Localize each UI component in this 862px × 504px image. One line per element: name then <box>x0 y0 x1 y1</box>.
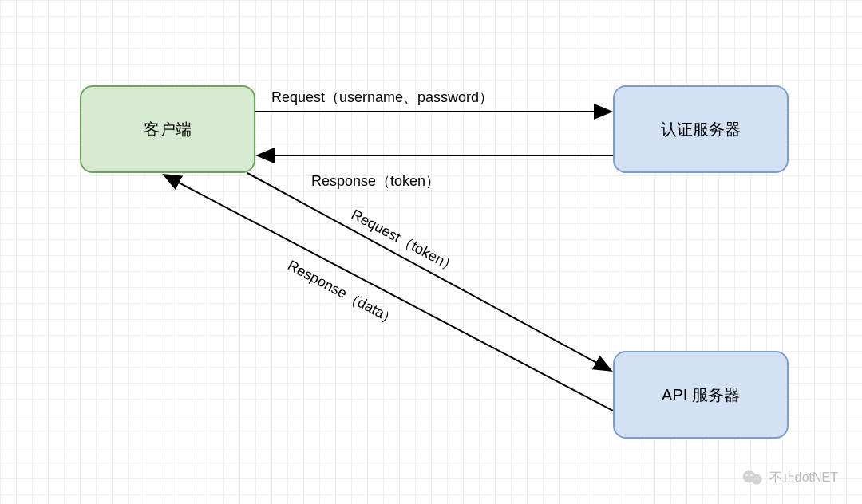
client-label: 客户端 <box>144 119 192 140</box>
label-response-auth: Response（token） <box>311 171 440 191</box>
watermark-text: 不止dotNET <box>769 470 838 486</box>
watermark: 不止dotNET <box>742 469 838 486</box>
auth-label: 认证服务器 <box>661 119 741 140</box>
wechat-icon <box>742 469 763 486</box>
api-label: API 服务器 <box>662 384 740 406</box>
svg-point-3 <box>745 474 747 476</box>
svg-point-4 <box>750 474 752 476</box>
label-request-api: Request（token） <box>348 205 461 277</box>
arrow-response-api <box>164 175 613 411</box>
auth-server-node: 认证服务器 <box>613 85 789 173</box>
svg-point-2 <box>751 474 761 485</box>
svg-point-6 <box>757 478 759 479</box>
svg-point-5 <box>754 478 756 479</box>
label-request-auth: Request（username、password） <box>271 88 493 107</box>
client-node: 客户端 <box>80 85 255 173</box>
label-response-api: Response（data） <box>284 256 401 330</box>
api-server-node: API 服务器 <box>613 351 789 439</box>
